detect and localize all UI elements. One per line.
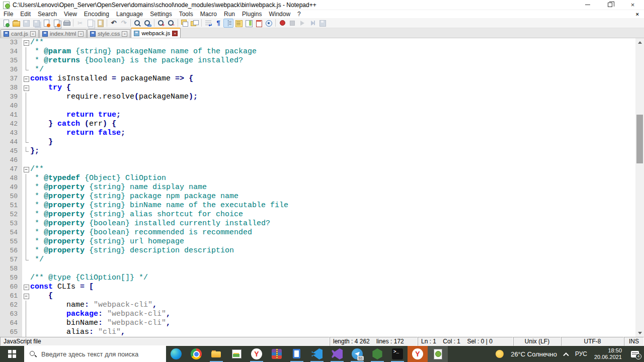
tab-index-html[interactable]: index.html× xyxy=(39,29,87,38)
run-macro-multiple-button[interactable] xyxy=(307,19,317,28)
code-text: * @param {string} packageName name of th… xyxy=(30,47,257,56)
tab-close-icon[interactable]: × xyxy=(30,31,36,37)
vscode-taskbar-button[interactable] xyxy=(307,346,327,362)
chrome-taskbar-button[interactable] xyxy=(186,346,206,362)
save-file-button[interactable] xyxy=(21,19,31,28)
close-button[interactable]: × xyxy=(621,0,644,10)
fold-collapse-icon[interactable] xyxy=(22,38,30,47)
record-macro-button[interactable] xyxy=(277,19,287,28)
sync-vertical-button[interactable] xyxy=(180,19,190,28)
code-lines-area[interactable]: 33/**34 * @param {string} packageName na… xyxy=(0,38,635,337)
maximize-button[interactable] xyxy=(599,0,621,10)
undo-button[interactable] xyxy=(109,19,119,28)
scrollbar-thumb[interactable] xyxy=(636,115,643,163)
new-file-button[interactable] xyxy=(1,19,11,28)
show-all-characters-button[interactable] xyxy=(213,19,223,28)
vertical-scrollbar[interactable] xyxy=(635,38,644,337)
tab-close-icon[interactable]: × xyxy=(122,31,127,37)
menu-item-file[interactable]: File xyxy=(0,10,17,18)
menu-item-edit[interactable]: Edit xyxy=(17,10,34,18)
save-all-button[interactable] xyxy=(31,19,41,28)
tab-webpack-js[interactable]: webpack.js× xyxy=(131,28,181,38)
open-file-button[interactable] xyxy=(11,19,21,28)
tab-close-icon[interactable]: × xyxy=(78,31,84,37)
notepad-plus-plus-taskbar-button[interactable] xyxy=(428,346,448,362)
fold-collapse-icon[interactable] xyxy=(22,283,30,292)
menu-item-encoding[interactable]: Encoding xyxy=(80,10,113,18)
zoom-out-button[interactable] xyxy=(166,19,176,28)
menu-item-language[interactable]: Language xyxy=(113,10,146,18)
terminal-taskbar-button[interactable] xyxy=(387,346,408,362)
yandex-browser-taskbar-button[interactable] xyxy=(247,346,267,362)
find-button[interactable] xyxy=(132,19,142,28)
winrar-taskbar-button[interactable] xyxy=(267,346,287,362)
status-insert-mode[interactable]: INS xyxy=(624,337,644,346)
menu-item-view[interactable]: View xyxy=(60,10,80,18)
code-line: 62 name: "webpack-cli", xyxy=(0,301,635,310)
fold-collapse-icon[interactable] xyxy=(22,74,30,83)
tab-close-icon[interactable]: × xyxy=(172,31,178,36)
code-line: 55 * @property {string} url homepage xyxy=(0,237,635,246)
tab-card-js[interactable]: card.js× xyxy=(1,29,39,38)
weather-text[interactable]: 26°C Солнечно xyxy=(511,350,557,358)
close-document-x[interactable]: × xyxy=(631,11,644,17)
telegram-taskbar-button[interactable]: S1 xyxy=(347,346,367,362)
clock-date: 20.06.2021 xyxy=(594,354,622,360)
menu-item-run[interactable]: Run xyxy=(220,10,238,18)
scroll-up-button[interactable] xyxy=(635,38,644,46)
file-explorer-taskbar-button[interactable] xyxy=(206,346,226,362)
weather-sun-icon[interactable] xyxy=(496,350,504,358)
play-macro-button[interactable] xyxy=(297,19,307,28)
tray-expand-chevron-icon[interactable] xyxy=(563,352,569,358)
menu-item-plugins[interactable]: Plugins xyxy=(238,10,265,18)
image-editor-taskbar-button[interactable] xyxy=(226,346,247,362)
document-map-button[interactable] xyxy=(244,19,254,28)
document-list-button[interactable] xyxy=(254,19,264,28)
sync-horizontal-button[interactable] xyxy=(190,19,200,28)
monitoring-button[interactable] xyxy=(264,19,274,28)
fold-collapse-icon[interactable] xyxy=(22,83,30,93)
yandex-browser-window-taskbar-button[interactable] xyxy=(408,346,428,362)
status-encoding[interactable]: UTF-8 xyxy=(561,337,624,346)
close-file-button[interactable] xyxy=(41,19,51,28)
menu-item-settings[interactable]: Settings xyxy=(146,10,175,18)
close-all-button[interactable] xyxy=(51,19,61,28)
clock[interactable]: 18:50 20.06.2021 xyxy=(594,347,622,360)
code-text: /** xyxy=(30,165,44,174)
replace-button[interactable] xyxy=(142,19,152,28)
toolbar-separator xyxy=(178,19,178,27)
menu-item-window[interactable]: Window xyxy=(265,10,294,18)
fold-collapse-icon[interactable] xyxy=(22,292,30,301)
fold-collapse-icon[interactable] xyxy=(22,165,30,174)
paste-button[interactable] xyxy=(95,19,105,28)
nodejs-taskbar-button[interactable] xyxy=(367,346,387,362)
tab-style-css[interactable]: style.css× xyxy=(87,29,130,38)
indent-guides-button[interactable] xyxy=(223,19,233,28)
visual-studio-taskbar-button[interactable] xyxy=(327,346,347,362)
minimize-button[interactable] xyxy=(576,0,599,10)
cut-button[interactable] xyxy=(75,19,85,28)
scroll-down-button[interactable] xyxy=(635,329,644,337)
print-button[interactable] xyxy=(61,19,71,28)
function-list-button[interactable] xyxy=(233,19,244,28)
redo-button[interactable] xyxy=(119,19,129,28)
status-eol-format[interactable]: Unix (LF) xyxy=(513,337,561,346)
language-indicator[interactable]: РУС xyxy=(575,350,587,357)
menu-item-tools[interactable]: Tools xyxy=(176,10,197,18)
code-editor[interactable]: 33/**34 * @param {string} packageName na… xyxy=(0,38,644,337)
notepad-taskbar-button[interactable] xyxy=(287,346,307,362)
save-macro-button[interactable] xyxy=(317,19,328,28)
menu-item-help[interactable]: ? xyxy=(294,10,304,18)
notification-count-badge: 4 xyxy=(635,353,641,359)
edge-taskbar-button[interactable] xyxy=(166,346,186,362)
copy-button[interactable] xyxy=(85,19,95,28)
zoom-in-button[interactable] xyxy=(156,19,166,28)
menu-item-macro[interactable]: Macro xyxy=(197,10,220,18)
word-wrap-button[interactable] xyxy=(203,19,213,28)
notification-center-icon[interactable]: 4 xyxy=(631,351,639,357)
fold-guide xyxy=(22,301,30,310)
stop-macro-button[interactable] xyxy=(287,19,297,28)
start-button[interactable] xyxy=(0,346,24,362)
taskbar-search[interactable]: Введите здесь текст для поиска xyxy=(24,346,166,362)
menu-item-search[interactable]: Search xyxy=(34,10,60,18)
